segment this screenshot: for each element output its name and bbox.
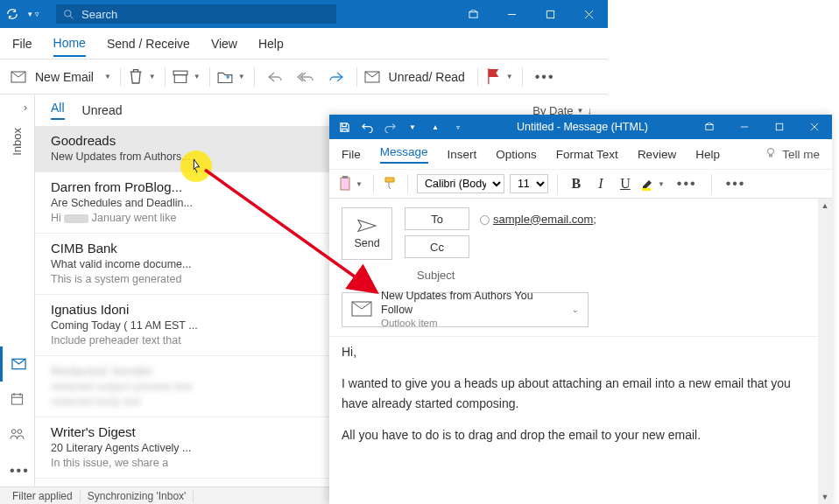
outlook-tabs: File Home Send / Receive View Help xyxy=(0,28,608,60)
outlook-ribbon: New Email ▼ ▼ ▼ ▼ Unread/ Read ▼ ••• xyxy=(0,60,608,94)
qat-customize[interactable]: ▿ xyxy=(35,10,51,18)
svg-point-19 xyxy=(18,430,22,434)
svg-rect-28 xyxy=(341,178,349,190)
subject-row[interactable]: Subject xyxy=(329,263,832,290)
compose-tab-help[interactable]: Help xyxy=(695,148,720,161)
ribbon-display-options[interactable] xyxy=(454,0,492,28)
subject-label: Subject xyxy=(417,269,455,282)
filter-unread[interactable]: Unread xyxy=(82,103,123,117)
minimize-button[interactable] xyxy=(492,0,531,28)
svg-point-18 xyxy=(11,430,16,434)
maximize-button[interactable] xyxy=(531,0,569,28)
sync-icon[interactable] xyxy=(0,8,25,20)
compose-window: ▼ ▲ ▿ Untitled - Message (HTML) File Mes… xyxy=(329,115,832,504)
font-size-select[interactable]: 11 xyxy=(510,174,548,193)
underline-button[interactable]: U xyxy=(616,176,635,192)
tab-send-receive[interactable]: Send / Receive xyxy=(107,32,190,56)
compose-close-button[interactable] xyxy=(797,115,832,139)
search-box[interactable]: Search xyxy=(56,4,336,24)
body-paragraph: Hi, xyxy=(342,342,820,361)
compose-tab-insert[interactable]: Insert xyxy=(448,148,477,161)
svg-rect-2 xyxy=(469,11,476,17)
cursor-highlight xyxy=(180,150,212,182)
highlight-button[interactable]: ▼ xyxy=(640,176,666,192)
mail-icon xyxy=(11,71,26,83)
cc-button[interactable]: Cc xyxy=(405,235,469,258)
font-more-icon[interactable]: ••• xyxy=(672,176,702,192)
save-icon[interactable] xyxy=(333,115,356,139)
ribbon-more-icon[interactable]: ••• xyxy=(530,69,561,85)
unread-read-button[interactable]: Unread/ Read xyxy=(384,67,470,87)
nav-calendar-icon[interactable] xyxy=(0,382,34,416)
flag-icon[interactable] xyxy=(485,71,501,83)
tab-view[interactable]: View xyxy=(211,32,237,56)
attachment-chip[interactable]: New Updates from Authors You Follow Outl… xyxy=(342,292,589,327)
qat-down-icon[interactable]: ▼ xyxy=(401,115,424,139)
italic-button[interactable]: I xyxy=(591,176,610,192)
attachment-title: New Updates from Authors You Follow xyxy=(381,290,563,317)
envelope-icon xyxy=(364,71,380,83)
outlook-titlebar: ▾ ▿ Search xyxy=(0,0,608,28)
to-button[interactable]: To xyxy=(405,207,469,230)
tell-me-search[interactable]: Tell me xyxy=(765,147,820,162)
attachment-mail-icon xyxy=(351,301,372,319)
compose-tabs: File Message Insert Options Format Text … xyxy=(329,139,832,169)
svg-point-27 xyxy=(768,148,774,154)
filter-all[interactable]: All xyxy=(51,101,65,120)
compose-titlebar: ▼ ▲ ▿ Untitled - Message (HTML) xyxy=(329,115,832,139)
send-icon xyxy=(357,219,377,233)
svg-rect-29 xyxy=(342,176,348,178)
svg-rect-10 xyxy=(173,71,187,75)
search-placeholder: Search xyxy=(81,8,117,21)
forward-icon[interactable] xyxy=(323,68,349,86)
compose-scrollbar[interactable]: ▲▼ xyxy=(818,199,832,504)
compose-ribbon: ▼ Calibri (Body) 11 B I U ▼ ••• ••• xyxy=(329,169,832,199)
navigation-rail: › Inbox ••• xyxy=(0,94,35,486)
reply-icon[interactable] xyxy=(262,68,288,86)
undo-icon[interactable] xyxy=(356,115,378,139)
compose-tab-file[interactable]: File xyxy=(342,148,361,161)
font-family-select[interactable]: Calibri (Body) xyxy=(417,174,504,193)
to-address[interactable]: sample@email.com; xyxy=(480,213,596,226)
compose-maximize-button[interactable] xyxy=(762,115,797,139)
archive-icon[interactable] xyxy=(173,71,188,83)
nav-more-icon[interactable]: ••• xyxy=(0,452,34,486)
new-email-dropdown[interactable]: ▼ xyxy=(102,73,113,80)
bold-button[interactable]: B xyxy=(567,176,586,192)
expand-folders-icon[interactable]: › xyxy=(17,100,34,116)
compose-collapse-ribbon[interactable] xyxy=(692,115,727,139)
attachment-dropdown-icon[interactable]: ⌄ xyxy=(572,305,579,314)
compose-tab-format[interactable]: Format Text xyxy=(556,148,618,161)
tab-home[interactable]: Home xyxy=(53,31,86,57)
search-icon xyxy=(63,9,74,20)
send-button[interactable]: Send xyxy=(342,207,392,260)
redo-icon[interactable] xyxy=(378,115,401,139)
compose-tab-message[interactable]: Message xyxy=(380,145,428,164)
svg-point-0 xyxy=(65,10,71,16)
compose-body[interactable]: Hi, I wanted to give you a heads up abou… xyxy=(329,336,832,504)
qat-dropdown[interactable]: ▾ xyxy=(25,10,35,18)
svg-rect-24 xyxy=(776,123,783,130)
reply-all-icon[interactable] xyxy=(292,68,320,86)
nav-mail-icon[interactable] xyxy=(0,346,34,382)
body-paragraph: All you have to do is to drag and drop t… xyxy=(342,425,820,444)
paste-icon[interactable]: ▼ xyxy=(338,175,364,192)
ribbon-overflow-icon[interactable]: ••• xyxy=(721,176,751,192)
move-icon[interactable] xyxy=(217,71,233,83)
status-sync: Synchronizing 'Inbox' xyxy=(81,490,194,502)
format-painter-icon[interactable] xyxy=(383,176,398,192)
compose-tab-review[interactable]: Review xyxy=(638,148,676,161)
new-email-button[interactable]: New Email xyxy=(30,67,99,87)
delete-icon[interactable] xyxy=(128,71,144,83)
close-button[interactable] xyxy=(569,0,608,28)
body-paragraph: I wanted to give you a heads up about at… xyxy=(342,374,820,413)
qat-dd-icon[interactable]: ▿ xyxy=(447,115,469,139)
tab-file[interactable]: File xyxy=(12,32,32,56)
tab-help[interactable]: Help xyxy=(258,32,284,56)
compose-minimize-button[interactable] xyxy=(727,115,762,139)
compose-tab-options[interactable]: Options xyxy=(496,148,537,161)
inbox-folder-label[interactable]: Inbox xyxy=(11,128,24,156)
nav-people-icon[interactable] xyxy=(0,416,34,452)
svg-rect-14 xyxy=(11,395,22,404)
qat-up-icon[interactable]: ▲ xyxy=(424,115,447,139)
